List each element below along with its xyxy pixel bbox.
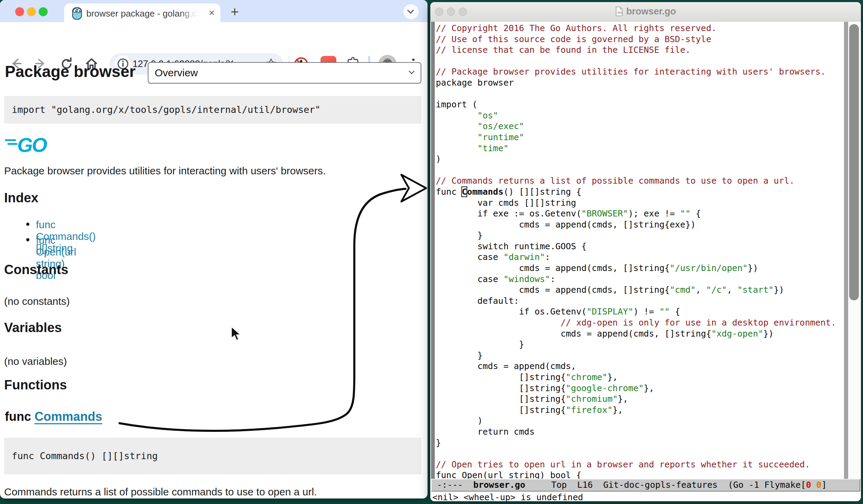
code-line: cmds = append(cmds,	[436, 361, 843, 372]
code-line: cmds = append(cmds, []string{exe})	[436, 219, 843, 230]
tab-search-button[interactable]	[403, 4, 419, 19]
code-line: "runtime"	[436, 132, 843, 143]
code-line: return cmds	[436, 426, 843, 437]
code-line: default:	[436, 295, 843, 307]
editor-right-fringe	[844, 22, 848, 479]
code-line: }	[436, 230, 843, 241]
bullet-icon	[26, 223, 29, 226]
code-line: // Use of this source code is governed b…	[436, 34, 843, 45]
code-line: )	[436, 415, 843, 426]
go-gopher-favicon	[71, 6, 83, 20]
code-line: }	[436, 437, 843, 448]
code-line: []string{"chrome"},	[436, 372, 843, 383]
variables-heading: Variables	[4, 320, 62, 335]
flymake-warning-count: 0	[816, 480, 822, 490]
functions-heading: Functions	[4, 378, 67, 392]
doc-nav-select[interactable]: Overview	[148, 62, 421, 84]
code-line: func Open(url string) bool {	[436, 470, 843, 479]
go-logo: GO	[5, 133, 64, 156]
file-document-icon: -GO	[615, 6, 623, 17]
code-line: case "windows":	[436, 274, 843, 285]
flymake-error-count: 0	[806, 480, 811, 490]
echo-area-message: <nil> <wheel-up> is undefined	[432, 492, 860, 501]
code-line: func Commands() [][]string {	[436, 186, 843, 197]
code-line: // Package browser provides utilities fo…	[436, 66, 843, 77]
variables-empty: (no variables)	[4, 356, 67, 367]
editor-scrollbar-thumb[interactable]	[849, 24, 859, 300]
func-description: Commands returns a list of possible comm…	[4, 486, 317, 498]
new-tab-button[interactable]: +	[231, 4, 239, 20]
tab-strip: browser package - golang.org × +	[0, 0, 428, 22]
code-line: switch runtime.GOOS {	[436, 241, 843, 252]
chevron-down-icon	[409, 68, 415, 74]
func-commands-link[interactable]: Commands	[35, 409, 102, 424]
import-code-block: import "golang.org/x/tools/gopls/interna…	[4, 96, 421, 124]
code-line: if exe := os.Getenv("BROWSER"); exe != "…	[436, 208, 843, 219]
modeline-position: Top L16 Git-doc-gopls-features (Go -1 Fl…	[525, 480, 806, 490]
macos-zoom-button[interactable]	[39, 7, 48, 16]
modeline-state: -:---	[432, 480, 473, 490]
code-line: case "darwin":	[436, 252, 843, 263]
code-line: import (	[436, 99, 843, 110]
index-heading: Index	[4, 191, 38, 205]
browser-toolbar: 127.0.0.1:62888/gopls/X... 2	[0, 22, 428, 55]
editor-left-scrollbar-strip[interactable]	[431, 22, 435, 479]
code-line: []string{"google-chrome"},	[436, 383, 843, 394]
doc-nav-select-value: Overview	[155, 67, 198, 78]
code-line: )	[436, 154, 843, 165]
code-line: cmds = append(cmds, []string{"cmd", "/c"…	[436, 284, 843, 295]
editor-scrollbar-track[interactable]	[848, 22, 861, 479]
code-line: }	[436, 350, 843, 361]
code-line: // xdg-open is only for use in a desktop…	[436, 317, 843, 328]
constants-empty: (no constants)	[4, 295, 70, 307]
code-line: []string{"chromium"},	[436, 394, 843, 405]
code-line: var cmds [][]string	[436, 197, 843, 209]
code-line: // Copyright 2016 The Go Authors. All ri…	[436, 23, 843, 34]
svg-text:GO: GO	[17, 134, 47, 156]
page-title: Package browser	[5, 62, 135, 81]
code-line: // Commands returns a list of possible c…	[436, 175, 843, 186]
editor-window-title: -GO browser.go	[430, 6, 861, 17]
code-line: // license that can be found in the LICE…	[436, 45, 843, 56]
svg-text:-GO: -GO	[617, 11, 622, 14]
code-line: []string{"firefox"},	[436, 405, 843, 416]
modeline: -:--- browser.go Top L16 Git-doc-gopls-f…	[431, 479, 860, 492]
code-line: "os"	[436, 110, 843, 121]
package-intro: Package browser provides utilities for i…	[4, 165, 326, 177]
code-line: cmds = append(cmds, []string{"/usr/bin/o…	[436, 263, 843, 274]
text-cursor: C	[462, 187, 467, 197]
modeline-buffer-name: browser.go	[473, 480, 525, 490]
chevron-down-icon	[407, 7, 414, 14]
func-keyword: func	[5, 409, 35, 424]
macos-close-button[interactable]	[15, 7, 24, 16]
code-line: cmds = append(cmds, []string{"xdg-open"}…	[436, 328, 843, 339]
editor-window: -GO browser.go // Copyright 2016 The Go …	[430, 2, 861, 501]
code-line: package browser	[436, 77, 843, 88]
code-line	[436, 56, 843, 67]
func-signature-block: func Commands() [][]string	[4, 438, 421, 474]
code-line: }	[436, 339, 843, 350]
code-line	[436, 448, 843, 459]
code-line: if os.Getenv("DISPLAY") != "" {	[436, 306, 843, 317]
browser-window: browser package - golang.org × +	[0, 0, 428, 498]
editor-titlebar: -GO browser.go	[430, 2, 861, 21]
func-commands-heading: func Commands	[5, 409, 102, 424]
code-buffer[interactable]: // Copyright 2016 The Go Authors. All ri…	[436, 23, 843, 479]
modeline-close-bracket: ]	[822, 480, 827, 490]
macos-minimize-button[interactable]	[27, 7, 36, 16]
code-line	[436, 88, 843, 99]
bullet-icon	[26, 238, 29, 241]
constants-heading: Constants	[4, 262, 68, 277]
code-line: "os/exec"	[436, 121, 843, 132]
tab-close-icon[interactable]: ×	[209, 8, 215, 18]
code-line: "time"	[436, 143, 843, 154]
browser-tab[interactable]: browser package - golang.org ×	[64, 3, 220, 22]
code-line: // Open tries to open url in a browser a…	[436, 459, 843, 470]
tab-title-fade	[180, 7, 201, 20]
code-line	[436, 165, 843, 176]
